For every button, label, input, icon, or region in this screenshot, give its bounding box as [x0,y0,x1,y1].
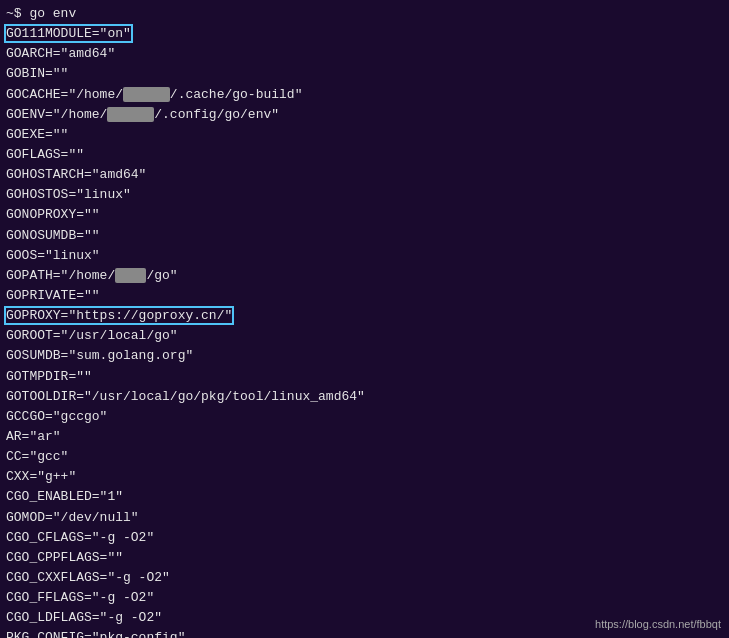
line-ar: AR="ar" [6,427,723,447]
line-gohostos: GOHOSTOS="linux" [6,185,723,205]
watermark: https://blog.csdn.net/fbbqt [595,618,721,630]
line-cgo-enabled: CGO_ENABLED="1" [6,487,723,507]
line-goprivate: GOPRIVATE="" [6,286,723,306]
goproxy-highlight: GOPROXY="https://goproxy.cn/" [6,308,232,323]
redacted-1 [123,87,170,102]
line-gonosumdb: GONOSUMDB="" [6,226,723,246]
line-gopath: GOPATH="/home/ /go" [6,266,723,286]
line-goroot: GOROOT="/usr/local/go" [6,326,723,346]
line-cc: CC="gcc" [6,447,723,467]
line-goos: GOOS="linux" [6,246,723,266]
line-gotooldir: GOTOOLDIR="/usr/local/go/pkg/tool/linux_… [6,387,723,407]
line-gocache: GOCACHE="/home/ /.cache/go-build" [6,85,723,105]
line-cgo-cxxflags: CGO_CXXFLAGS="-g -O2" [6,568,723,588]
line-gccgo: GCCGO="gccgo" [6,407,723,427]
redacted-3 [115,268,146,283]
line-goproxy: GOPROXY="https://goproxy.cn/" [6,306,723,326]
line-gohostarch: GOHOSTARCH="amd64" [6,165,723,185]
go111module-highlight: GO111MODULE="on" [6,26,131,41]
redacted-2 [107,107,154,122]
line-go111module: GO111MODULE="on" [6,24,723,44]
terminal-window: ~$ go env GO111MODULE="on" GOARCH="amd64… [0,0,729,638]
line-gonoproxy: GONOPROXY="" [6,205,723,225]
line-cxx: CXX="g++" [6,467,723,487]
line-goarch: GOARCH="amd64" [6,44,723,64]
line-gosumdb: GOSUMDB="sum.golang.org" [6,346,723,366]
prompt-line: ~$ go env [6,4,723,24]
line-cgo-cppflags: CGO_CPPFLAGS="" [6,548,723,568]
line-goexe: GOEXE="" [6,125,723,145]
line-gomod: GOMOD="/dev/null" [6,508,723,528]
line-gotmpdir: GOTMPDIR="" [6,367,723,387]
line-cgo-cflags: CGO_CFLAGS="-g -O2" [6,528,723,548]
line-cgo-fflags: CGO_FFLAGS="-g -O2" [6,588,723,608]
line-goflags: GOFLAGS="" [6,145,723,165]
line-goenv: GOENV="/home/ /.config/go/env" [6,105,723,125]
line-gobin: GOBIN="" [6,64,723,84]
